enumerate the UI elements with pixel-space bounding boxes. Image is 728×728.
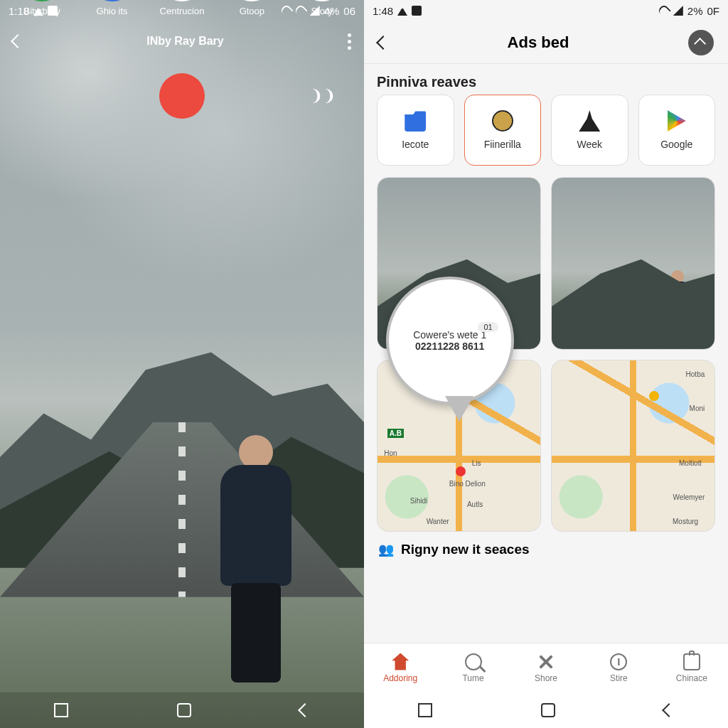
close-icon [537,653,555,670]
status-time: 1:48 [373,5,393,17]
dock-app-chrome[interactable]: Gtoop [228,0,275,16]
nav-recents-icon[interactable] [418,703,432,717]
map-pin-icon [456,466,466,476]
app-label: Bityrbary [24,6,60,16]
tab-label: Stire [610,673,628,683]
lens-line2: 02211228 8611 [415,341,484,352]
app-label: Centrucion [160,6,205,16]
page-title: Ads bed [508,33,569,52]
chip-label: Fiinerilla [484,139,521,150]
sound-icon[interactable]: ❩❩ [310,87,336,105]
chip-label: Iecote [402,139,429,150]
android-navbar-left [0,692,364,728]
overflow-menu-icon[interactable] [348,33,351,50]
dock-app-drawer[interactable]: Centrucion [159,0,205,16]
nav-home-icon[interactable] [177,703,191,717]
tab-shore[interactable]: Shore [510,643,582,692]
header-right: Ads bed [364,21,728,64]
lens-line1: Cowere's wete 1 [413,329,486,341]
map-label: Wanter [427,518,449,525]
tab-chinace[interactable]: Chinace [655,643,728,692]
wallpaper-person [213,435,299,677]
bottom-tabbar: Addoring Tume Shore I Stire Chinace [364,643,728,692]
signal-icon [673,6,683,16]
tab-label: Addoring [383,673,417,683]
topbar-left: INby Ray Bary [0,21,364,61]
chip-google[interactable]: Google [638,95,716,166]
shutter-row: ❩❩ [0,73,364,119]
wifi-icon [659,6,669,16]
map-badge: A.B [387,429,404,438]
dock-app-phone[interactable]: 1 Bityrbary [18,0,65,16]
statusbar-right: 1:48 2% 0F [364,0,728,21]
map-label: Moni [690,405,705,412]
nav-recents-icon[interactable] [54,703,68,717]
chip-label: Week [577,139,602,150]
map-label: Hon [384,449,397,457]
map-label: Hotba [686,370,705,378]
chip-iecote[interactable]: Iecote [377,95,454,166]
list-section-title: Rigny new it seaces [401,542,530,557]
search-icon [465,653,482,670]
map-label: Mosturg [673,518,698,525]
status-battery: 2% [687,5,703,17]
record-button[interactable] [159,73,205,119]
chip-fiinerilla[interactable]: Fiinerilla [464,95,542,166]
map-label: Autls [467,500,483,508]
tab-label: Tume [462,673,483,683]
nav-home-icon[interactable] [541,703,555,717]
app-label: Story [311,6,333,16]
tab-addoring[interactable]: Addoring [364,643,437,692]
lens-pill: 01 [478,322,498,332]
card-map-2[interactable]: Hotba Moni Moltiotl Welemyer Mosturg [551,360,715,532]
briefcase-icon [683,653,700,670]
phone-left-homescreen: 1:18 4% 06 INby Ray Bary 1 Bityrbary [0,0,364,728]
person-icon [579,110,600,132]
status-net: 0F [707,5,719,17]
section-title: Pinniva reaves [364,64,728,95]
category-chips: Iecote Fiinerilla Week Google [364,95,728,166]
map-label: Lis [472,459,481,467]
tab-label: Shore [535,673,557,683]
upload-button[interactable] [688,30,714,55]
chip-week[interactable]: Week [551,95,628,166]
status-icon [397,6,407,16]
chip-label: Google [660,139,692,150]
map-label: Welemyer [673,493,705,501]
map-label: Moltiotl [679,459,702,467]
tab-label: Chinace [676,673,707,683]
dock-app-playstore[interactable]: Story [299,0,346,16]
content-grid: A.B Hon Lis Bino Delion Sihidi Autls Wan… [364,166,728,535]
home-icon [392,653,409,670]
map-label: Sihidi [410,497,427,505]
android-navbar-right [364,692,728,728]
app-label: Gtoop [240,6,264,16]
page-title: INby Ray Bary [146,35,224,48]
status-icon [412,6,422,16]
seal-icon [492,110,513,132]
app-dock: 1 Bityrbary 2 Ghio its Centrucion [0,0,364,16]
magnifier-callout: Cowere's wete 1 02211228 8611 01 [386,277,514,405]
map-pin-icon [649,391,659,401]
folder-icon [405,110,426,132]
tab-tume[interactable]: Tume [437,643,509,692]
phone-right-app: 1:48 2% 0F Ads bed Pinniva reaves Iecote [364,0,728,728]
app-label: Ghio its [97,6,128,16]
play-store-icon [668,110,686,132]
nav-back-icon[interactable] [298,703,312,717]
map-label: Bino Delion [449,480,486,488]
nav-back-icon[interactable] [662,703,676,717]
thumb-person [663,270,692,338]
tab-stire[interactable]: I Stire [582,643,655,692]
back-icon[interactable] [11,34,25,48]
people-icon: 👥 [378,542,394,557]
card-photo-2[interactable] [551,177,715,350]
dock-app-video[interactable]: 2 Ghio its [89,0,136,16]
info-icon: I [610,653,627,670]
list-section-header: 👥 Rigny new it seaces [364,535,728,564]
back-icon[interactable] [376,36,390,50]
